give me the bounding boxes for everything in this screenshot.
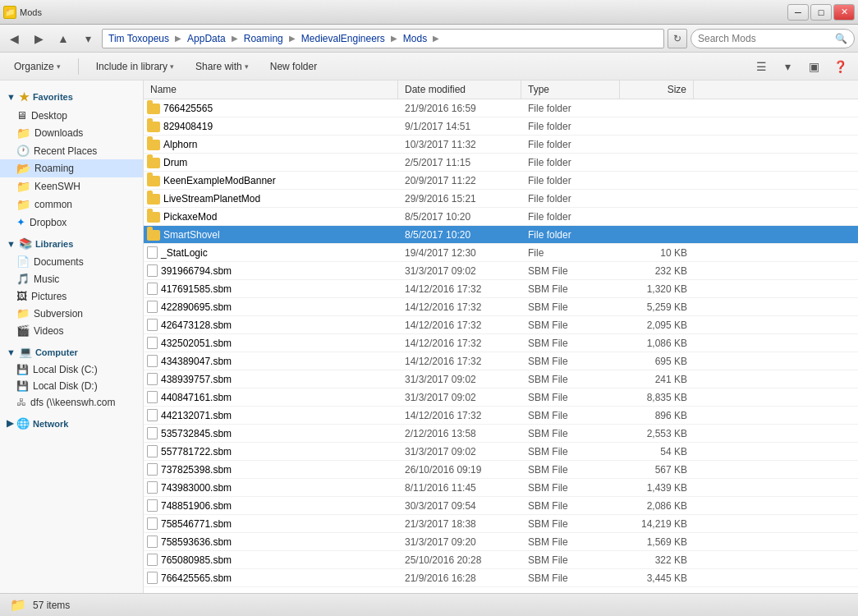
back-button[interactable]: ◀ [3, 29, 25, 48]
search-input[interactable] [698, 33, 832, 44]
sidebar-item-common[interactable]: 📁 common [0, 195, 143, 214]
table-row[interactable]: PickaxeMod 8/5/2017 10:20 File folder [144, 208, 858, 226]
file-size-cell: 1,320 KB [620, 282, 694, 297]
sidebar-item-local-disk-d[interactable]: 💾 Local Disk (D:) [0, 378, 143, 394]
sidebar-item-local-disk-c[interactable]: 💾 Local Disk (C:) [0, 361, 143, 378]
sidebar-item-dfs[interactable]: 🖧 dfs (\\keenswh.com [0, 394, 143, 411]
sidebar-item-roaming[interactable]: 📂 Roaming [0, 159, 143, 177]
view-dropdown-button[interactable]: ▾ [776, 57, 799, 76]
sidebar-item-music[interactable]: 🎵 Music [0, 270, 143, 287]
sidebar-item-subversion[interactable]: 📁 Subversion [0, 305, 143, 322]
address-bar[interactable]: Tim Toxopeus ▶ AppData ▶ Roaming ▶ Medie… [102, 29, 664, 48]
sidebar-item-keenswh[interactable]: 📁 KeenSWH [0, 177, 143, 195]
table-row[interactable]: _StatLogic 19/4/2017 12:30 File 10 KB [144, 244, 858, 262]
table-row[interactable]: Alphorn 10/3/2017 11:32 File folder [144, 136, 858, 154]
file-type-cell: SBM File [521, 408, 620, 423]
file-name-cell: 432502051.sbm [144, 335, 398, 351]
recent-places-icon: 🕐 [16, 145, 30, 157]
column-header-date[interactable]: Date modified [398, 80, 521, 99]
network-header[interactable]: ▶ 🌐 Network [0, 414, 143, 433]
address-segment-0[interactable]: Tim Toxopeus [106, 32, 172, 45]
file-date-cell: 19/4/2017 12:30 [398, 246, 521, 260]
up-button[interactable]: ▲ [53, 29, 74, 48]
table-row[interactable]: 391966794.sbm 31/3/2017 09:02 SBM File 2… [144, 262, 858, 280]
file-date-cell: 14/12/2016 17:32 [398, 408, 521, 423]
table-row[interactable]: Drum 2/5/2017 11:15 File folder [144, 154, 858, 172]
sidebar-item-recent-places[interactable]: 🕐 Recent Places [0, 142, 143, 159]
include-library-button[interactable]: Include in library ▾ [89, 58, 181, 75]
favorites-header[interactable]: ▼ ★ Favorites [0, 87, 143, 107]
address-segment-4[interactable]: Mods [401, 32, 429, 45]
sidebar-item-documents[interactable]: 📄 Documents [0, 253, 143, 270]
table-row[interactable]: 557781722.sbm 31/3/2017 09:02 SBM File 5… [144, 443, 858, 461]
organize-button[interactable]: Organize ▾ [7, 58, 68, 75]
sidebar-item-downloads[interactable]: 📁 Downloads [0, 124, 143, 142]
forward-button[interactable]: ▶ [28, 29, 49, 48]
table-row[interactable]: 766425565.sbm 21/9/2016 16:28 SBM File 3… [144, 569, 858, 587]
libraries-header[interactable]: ▼ 📚 Libraries [0, 234, 143, 253]
column-header-size[interactable]: Size [620, 80, 694, 99]
address-segment-3[interactable]: MedievalEngineers [299, 32, 388, 45]
address-segment-1[interactable]: AppData [185, 32, 228, 45]
file-list-header: Name Date modified Type Size [144, 80, 858, 99]
minimize-button[interactable]: ─ [787, 4, 809, 21]
refresh-button[interactable]: ↻ [668, 29, 687, 48]
close-button[interactable]: ✕ [833, 4, 855, 21]
table-row[interactable]: 758546771.sbm 21/3/2017 18:38 SBM File 1… [144, 515, 858, 533]
sidebar-item-desktop[interactable]: 🖥 Desktop [0, 107, 143, 124]
file-name-cell: 758593636.sbm [144, 534, 398, 549]
file-type-cell: SBM File [521, 318, 620, 333]
file-name: 765080985.sbm [161, 554, 232, 566]
table-row[interactable]: 440847161.sbm 31/3/2017 09:02 SBM File 8… [144, 388, 858, 407]
table-row[interactable]: 434389047.sbm 14/12/2016 17:32 SBM File … [144, 352, 858, 370]
table-row[interactable]: LiveStreamPlanetMod 29/9/2016 15:21 File… [144, 190, 858, 208]
view-details-button[interactable]: ☰ [750, 57, 773, 76]
drive-c-icon: 💾 [16, 364, 29, 375]
sidebar-item-videos[interactable]: 🎬 Videos [0, 322, 143, 339]
table-row[interactable]: 422890695.sbm 14/12/2016 17:32 SBM File … [144, 298, 858, 316]
address-segment-2[interactable]: Roaming [241, 32, 286, 45]
file-size-cell [620, 215, 694, 218]
file-name: 829408419 [163, 121, 213, 132]
toolbar-divider-1 [78, 58, 79, 75]
table-row[interactable]: 765080985.sbm 25/10/2016 20:28 SBM File … [144, 551, 858, 569]
table-row[interactable]: 758593636.sbm 31/3/2017 09:20 SBM File 1… [144, 533, 858, 551]
file-date-cell: 8/5/2017 10:20 [398, 228, 521, 242]
file-name: Drum [163, 157, 187, 168]
sidebar-item-dropbox[interactable]: ✦ Dropbox [0, 214, 143, 231]
table-row[interactable]: 766425565 21/9/2016 16:59 File folder [144, 99, 858, 117]
table-row[interactable]: 743983000.sbm 8/11/2016 11:45 SBM File 1… [144, 479, 858, 497]
column-header-type[interactable]: Type [521, 80, 620, 99]
table-row[interactable]: 535732845.sbm 2/12/2016 13:58 SBM File 2… [144, 425, 858, 443]
table-row[interactable]: 426473128.sbm 14/12/2016 17:32 SBM File … [144, 316, 858, 334]
new-folder-button[interactable]: New folder [263, 58, 324, 75]
file-name: 535732845.sbm [161, 428, 232, 439]
share-with-button[interactable]: Share with ▾ [188, 58, 256, 75]
table-row[interactable]: 417691585.sbm 14/12/2016 17:32 SBM File … [144, 280, 858, 298]
file-type-cell: SBM File [521, 535, 620, 549]
file-icon [147, 572, 158, 584]
navigation-bar: ◀ ▶ ▲ ▾ Tim Toxopeus ▶ AppData ▶ Roaming… [0, 25, 858, 53]
table-row[interactable]: 748851906.sbm 30/3/2017 09:54 SBM File 2… [144, 497, 858, 515]
column-header-name[interactable]: Name [144, 80, 398, 99]
table-row[interactable]: 829408419 9/1/2017 14:51 File folder [144, 117, 858, 136]
file-size-cell [620, 233, 694, 237]
table-row[interactable]: KeenExampleModBanner 20/9/2017 11:22 Fil… [144, 172, 858, 190]
table-row[interactable]: 442132071.sbm 14/12/2016 17:32 SBM File … [144, 407, 858, 425]
folder-icon [147, 230, 160, 241]
recent-button[interactable]: ▾ [77, 29, 99, 48]
file-name: PickaxeMod [163, 211, 217, 223]
file-type-cell: SBM File [521, 426, 620, 441]
table-row[interactable]: 438939757.sbm 31/3/2017 09:02 SBM File 2… [144, 370, 858, 388]
table-row[interactable]: SmartShovel 8/5/2017 10:20 File folder [144, 226, 858, 244]
maximize-button[interactable]: □ [810, 4, 832, 21]
table-row[interactable]: 432502051.sbm 14/12/2016 17:32 SBM File … [144, 334, 858, 352]
status-item-count: 57 items [33, 600, 70, 611]
libraries-icon: 📚 [19, 237, 32, 250]
file-icon [147, 427, 158, 439]
computer-header[interactable]: ▼ 💻 Computer [0, 342, 143, 361]
sidebar-item-pictures[interactable]: 🖼 Pictures [0, 287, 143, 305]
help-button[interactable]: ❓ [828, 57, 851, 76]
preview-pane-button[interactable]: ▣ [802, 57, 825, 76]
table-row[interactable]: 737825398.sbm 26/10/2016 09:19 SBM File … [144, 461, 858, 479]
